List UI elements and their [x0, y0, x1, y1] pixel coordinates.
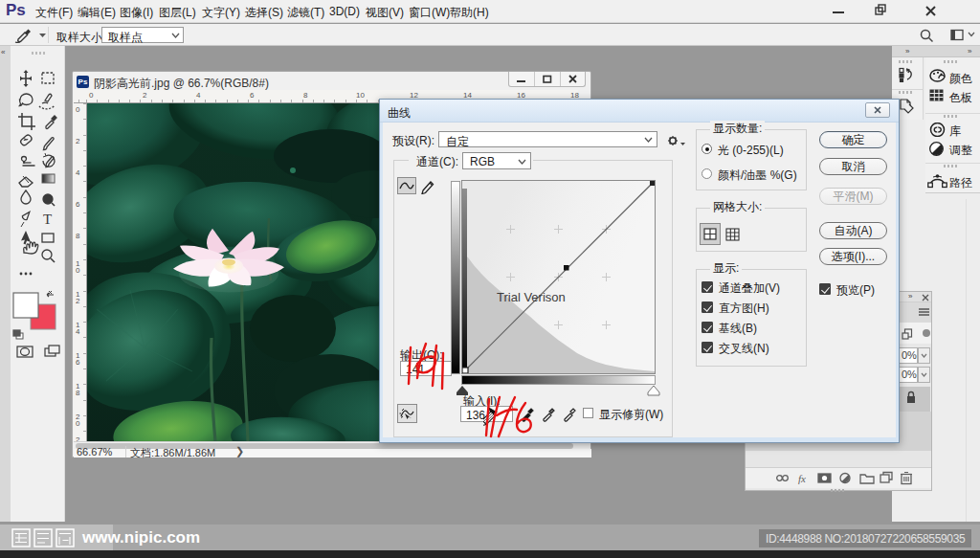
svg-text:T: T — [43, 212, 52, 227]
svg-text:fx: fx — [798, 473, 806, 484]
